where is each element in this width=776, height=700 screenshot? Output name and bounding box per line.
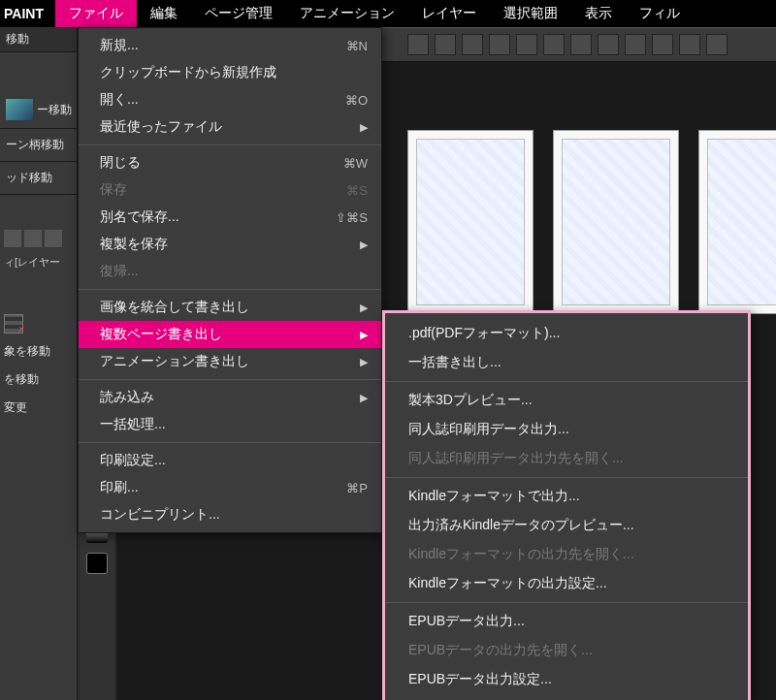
submenu-item[interactable]: 一括書き出し...: [385, 348, 748, 377]
menu-item[interactable]: アニメーション書き出し▶: [79, 348, 381, 375]
menu-file[interactable]: ファイル: [55, 0, 137, 27]
toolbar-icon[interactable]: [435, 34, 456, 55]
menu-item: 保存⌘S: [79, 176, 381, 204]
submenu-item[interactable]: Kindleフォーマットで出力...: [385, 482, 748, 511]
menu-item[interactable]: 印刷設定...: [79, 447, 381, 474]
panel-icon[interactable]: [45, 230, 62, 247]
submenu-arrow-icon: ▶: [360, 356, 368, 368]
menu-item[interactable]: 開く...⌘O: [79, 86, 381, 113]
menu-item[interactable]: 印刷...⌘P: [79, 474, 381, 501]
menu-item-label: クリップボードから新規作成: [100, 64, 368, 81]
toolbar-icon[interactable]: [679, 34, 700, 55]
menu-item[interactable]: 別名で保存...⇧⌘S: [79, 204, 381, 231]
menu-item-label: 復帰...: [100, 263, 368, 280]
file-dropdown-menu: 新規...⌘Nクリップボードから新規作成開く...⌘O最近使ったファイル▶閉じる…: [78, 27, 382, 533]
toolbar-icon[interactable]: [625, 34, 646, 55]
toolbar-icon[interactable]: [652, 34, 673, 55]
menu-shortcut: ⌘O: [345, 93, 368, 108]
menu-page[interactable]: ページ管理: [191, 0, 286, 27]
panel-icon[interactable]: [4, 230, 21, 247]
grid-icon[interactable]: [4, 314, 23, 334]
submenu-item-label: EPUBデータの出力先を開く...: [408, 642, 730, 659]
menu-item[interactable]: 最近使ったファイル▶: [79, 113, 381, 141]
menu-item-label: 画像を統合して書き出し: [100, 299, 352, 316]
submenu-arrow-icon: ▶: [360, 239, 368, 251]
submenu-item-label: Kindleフォーマットの出力先を開く...: [408, 546, 730, 563]
menu-animation[interactable]: アニメーション: [286, 0, 408, 27]
toolbar-icon[interactable]: [489, 34, 510, 55]
submenu-item[interactable]: EPUBデータ出力...: [385, 607, 748, 636]
menu-shortcut: ⌘S: [346, 183, 368, 198]
toolbar-icon[interactable]: [543, 34, 565, 55]
menu-item-label: 印刷...: [100, 479, 335, 496]
property-row[interactable]: 変更: [0, 394, 77, 422]
menu-item[interactable]: コンビニプリント...: [79, 501, 381, 528]
submenu-arrow-icon: ▶: [360, 392, 368, 404]
submenu-item-label: Kindleフォーマットで出力...: [408, 488, 730, 505]
submenu-item-label: .pdf(PDFフォーマット)...: [408, 325, 730, 342]
toolbar-icon[interactable]: [407, 34, 429, 55]
submenu-item: 同人誌印刷用データ出力先を開く...: [385, 444, 748, 473]
menu-item-label: 複数ページ書き出し: [100, 326, 352, 343]
menu-filter[interactable]: フィル: [626, 0, 694, 27]
menu-item[interactable]: 複数ページ書き出し▶: [79, 321, 381, 348]
multipage-export-submenu: .pdf(PDFフォーマット)...一括書き出し...製本3Dプレビュー...同…: [382, 310, 751, 700]
menubar: PAINT ファイル 編集 ページ管理 アニメーション レイヤー 選択範囲 表示…: [0, 0, 776, 27]
tool-option[interactable]: ーン柄移動: [0, 129, 77, 162]
property-row[interactable]: 象を移動: [0, 337, 77, 366]
menu-item-label: 複製を保存: [100, 236, 352, 253]
tool-option-label: ーン柄移動: [6, 137, 64, 153]
menu-item[interactable]: クリップボードから新規作成: [79, 59, 381, 86]
menu-item-label: アニメーション書き出し: [100, 353, 352, 370]
submenu-item-label: 同人誌印刷用データ出力...: [408, 421, 730, 438]
manga-page[interactable]: [553, 130, 679, 314]
menu-item-label: 閉じる: [100, 154, 332, 172]
submenu-item-label: 出力済みKindleデータのプレビュー...: [408, 517, 730, 534]
manga-page[interactable]: [407, 130, 534, 314]
menu-item-label: 別名で保存...: [100, 208, 324, 226]
menu-item: 復帰...: [79, 258, 381, 285]
menu-shortcut: ⌘W: [343, 156, 368, 171]
toolbar-icon[interactable]: [598, 34, 619, 55]
menu-item-label: 保存: [100, 181, 335, 199]
submenu-item-label: 一括書き出し...: [408, 354, 730, 371]
toolbar-icon[interactable]: [570, 34, 592, 55]
menu-selection[interactable]: 選択範囲: [490, 0, 571, 27]
menu-separator: [79, 289, 381, 290]
submenu-item[interactable]: 出力済みKindleデータのプレビュー...: [385, 511, 748, 540]
menu-layer[interactable]: レイヤー: [408, 0, 490, 27]
toolbar-icon[interactable]: [462, 34, 483, 55]
property-row[interactable]: を移動: [0, 366, 77, 394]
submenu-item[interactable]: 製本3Dプレビュー...: [385, 386, 748, 415]
toolbar-icon[interactable]: [706, 34, 728, 55]
menu-item-label: コンビニプリント...: [100, 506, 368, 524]
menu-item[interactable]: 複製を保存▶: [79, 231, 381, 258]
submenu-item-label: 製本3Dプレビュー...: [408, 392, 730, 409]
menu-item-label: 新規...: [100, 37, 335, 54]
manga-page[interactable]: [698, 130, 776, 314]
tool-panel: 移動 ー移動 ーン柄移動 ッド移動 ィ[レイヤー 象を移動 を移動 変更: [0, 27, 78, 700]
toolbar-icon[interactable]: [516, 34, 537, 55]
panel-icon[interactable]: [24, 230, 42, 247]
menu-item[interactable]: 新規...⌘N: [79, 32, 381, 59]
menu-separator: [79, 379, 381, 380]
menu-view[interactable]: 表示: [571, 0, 626, 27]
tool-tab[interactable]: 移動: [0, 27, 77, 52]
menu-shortcut: ⌘P: [346, 481, 368, 495]
tool-option[interactable]: ッド移動: [0, 162, 77, 195]
color-swatch[interactable]: [86, 553, 108, 574]
submenu-arrow-icon: ▶: [360, 121, 368, 134]
menu-edit[interactable]: 編集: [137, 0, 191, 27]
menu-item[interactable]: 読み込み▶: [79, 384, 381, 411]
menu-item[interactable]: 画像を統合して書き出し▶: [79, 294, 381, 321]
menu-item[interactable]: 閉じる⌘W: [79, 149, 381, 176]
menu-separator: [79, 442, 381, 443]
submenu-item[interactable]: .pdf(PDFフォーマット)...: [385, 319, 748, 348]
menu-item-label: 印刷設定...: [100, 452, 368, 469]
submenu-item[interactable]: 同人誌印刷用データ出力...: [385, 415, 748, 444]
tool-option[interactable]: ー移動: [0, 91, 77, 129]
submenu-item[interactable]: EPUBデータ出力設定...: [385, 665, 748, 694]
tool-option-label: ッド移動: [6, 170, 52, 186]
menu-item[interactable]: 一括処理...: [79, 411, 381, 438]
submenu-item[interactable]: Kindleフォーマットの出力設定...: [385, 569, 748, 598]
